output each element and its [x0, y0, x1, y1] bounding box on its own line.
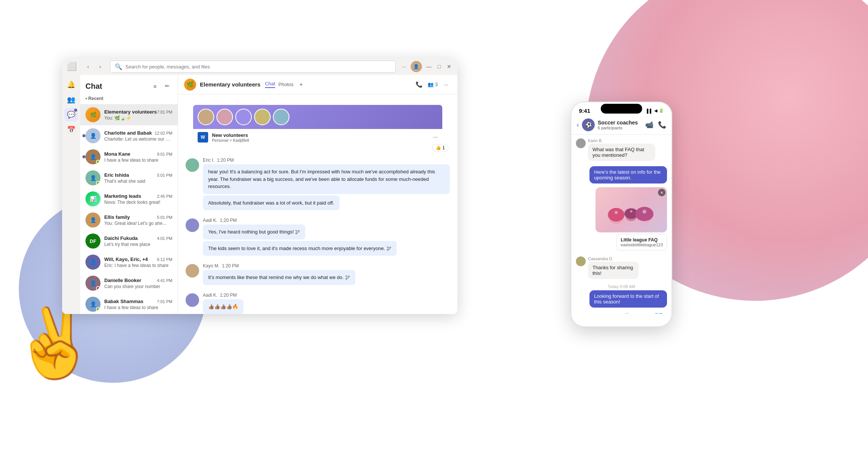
chat-name: Mona Kane — [104, 151, 130, 157]
chat-time: 5:01 PM — [157, 215, 172, 220]
search-bar[interactable]: 🔍 — [110, 61, 396, 73]
chat-avatar-babak: 👤 — [85, 297, 101, 312]
message-group-aadi-2: Aadi K. 1:20 PM 👍🏽👍🏽👍🏽👍🏽🔥 Sounds like a … — [186, 293, 450, 314]
chat-item-daichi[interactable]: DF Daichi Fukuda 4:01 PM Let's try that … — [80, 231, 178, 252]
chat-name: Charlotte and Babak — [104, 130, 152, 136]
chat-info-marketing: Marketing leads 2:45 PM Nova: The deck l… — [104, 193, 172, 205]
chat-avatar-daichi: DF — [85, 234, 101, 249]
chat-name: Eric Ishida — [104, 172, 129, 178]
search-icon: 🔍 — [115, 63, 122, 70]
phone-avatar-karin — [576, 138, 586, 148]
phone-close-image-button[interactable]: ✕ — [658, 189, 665, 196]
chat-avatar-eric: 👤 — [85, 170, 101, 185]
chat-item-babak[interactable]: 👤 Babak Shammas 7:01 PM I have a few ide… — [80, 294, 178, 314]
chat-list-actions: ≡ ✏ — [150, 81, 172, 91]
chat-item-ellis-family[interactable]: 👤 Ellis family 5:01 PM You: Great idea! … — [80, 209, 178, 231]
chat-avatar-mona: 👤 — [85, 149, 101, 164]
search-input[interactable] — [125, 64, 391, 70]
compose-button[interactable]: ✏ — [162, 81, 172, 91]
sidebar-item-calendar[interactable]: 📅 — [64, 123, 78, 136]
phone-file-subtitle: eastsidelittleleague123 — [621, 243, 663, 247]
svg-point-8 — [643, 210, 646, 214]
phone-file-card[interactable]: Little league FAQ eastsidelittleleague12… — [617, 234, 667, 250]
chat-list-title: Chat — [85, 82, 102, 91]
chat-preview: That's what she said — [104, 179, 172, 184]
svg-point-5 — [635, 207, 653, 221]
chat-preview: I have a few ideas to share — [104, 305, 172, 310]
participants-badge: 👥 3 — [428, 82, 438, 87]
phone-received-bubble: What was that FAQ that you mentioned? — [588, 144, 655, 161]
chat-name: Babak Shammas — [104, 299, 143, 304]
phone-messages[interactable]: Karin B. What was that FAQ that you ment… — [571, 135, 672, 314]
more-chat-options-button[interactable]: ··· — [441, 79, 451, 90]
restore-button[interactable]: □ — [436, 62, 442, 71]
message-content-aadi: Aadi K. 1:20 PM Yes, I've heard nothing … — [203, 218, 450, 257]
phone-file-message: Little league FAQ eastsidelittleleague12… — [576, 234, 667, 253]
call-button[interactable]: 📞 — [414, 79, 425, 90]
battery-icon: 🔋 — [659, 108, 664, 113]
shared-card-menu-button[interactable]: ··· — [433, 134, 438, 141]
svg-point-1 — [608, 208, 624, 221]
phone-call-icon[interactable]: 📞 — [658, 121, 666, 129]
phone-message-sent-2: Looking forward to the start of this sea… — [576, 290, 667, 310]
icon-sidebar: 🔔 👥 💬 📅 — [62, 75, 80, 314]
phone-sender-name: Karin B. — [588, 138, 667, 143]
filter-button[interactable]: ≡ — [150, 81, 160, 91]
forward-button[interactable]: › — [95, 61, 105, 72]
chat-list-panel: Chat ≡ ✏ • Recent 🌿 Elementary volunteer… — [80, 75, 178, 314]
message-content-kayo: Kayo M. 1:20 PM It's moments like these … — [203, 263, 450, 287]
more-options-button[interactable]: ··· — [400, 62, 408, 71]
sidebar-item-teams[interactable]: 👥 — [64, 93, 78, 106]
chat-item-marketing-leads[interactable]: 📊 Marketing leads 2:45 PM Nova: The deck… — [80, 188, 178, 209]
chat-item-eric-ishida[interactable]: 👤 Eric Ishida 5:01 PM That's what she sa… — [80, 167, 178, 188]
chat-item-mona-kane[interactable]: 👤 Mona Kane 9:01 PM I have a few ideas t… — [80, 146, 178, 167]
add-tab-button[interactable]: + — [297, 80, 306, 89]
tab-chat[interactable]: Chat — [265, 81, 275, 88]
chat-info-elementary: Elementary volunteers 7:01 PM You: 🌿🍃⚡ — [104, 109, 172, 121]
teams-logo-icon: ⬜ — [67, 62, 77, 71]
signal-icon: ▌▌ — [647, 109, 653, 113]
message-bubble: Absolutely, that fundraiser was a lot of… — [203, 196, 340, 211]
phone-header-info: Soccer coaches 6 participants — [598, 120, 645, 130]
participant-avatar-5 — [273, 109, 289, 125]
chat-list-header: Chat ≡ ✏ — [80, 75, 178, 94]
sidebar-item-notifications[interactable]: 🔔 — [64, 78, 78, 91]
phone-image-bg — [595, 187, 667, 232]
close-button[interactable]: ✕ — [445, 62, 453, 71]
chat-item-charlotte-babak[interactable]: 👤 Charlotte and Babak 12:02 PM Charlotte… — [80, 125, 178, 146]
word-icon: W — [198, 132, 208, 143]
phone-medal-reaction: 🏅 — [652, 313, 665, 314]
online-status-dot — [96, 160, 100, 164]
messages-area[interactable]: Eric I. 1:20 PM hear you! It's a balanci… — [178, 152, 457, 314]
phone-file-title: Little league FAQ — [621, 237, 663, 243]
chat-info-charlotte: Charlotte and Babak 12:02 PM Charlotte: … — [104, 130, 172, 142]
back-button[interactable]: ‹ — [83, 61, 93, 72]
chat-item-danielle[interactable]: 👤 Danielle Booker 4:41 PM Can you share … — [80, 273, 178, 294]
title-bar: ⬜ ‹ › 🔍 ··· 👤 — □ ✕ — [62, 58, 457, 75]
phone-chat-header: ‹ ⚽ Soccer coaches 6 participants 📹 📞 — [571, 115, 672, 135]
phone-participants: 6 participants — [598, 126, 645, 130]
phone-message-sent-1: Here's the latest on info for the upomin… — [576, 166, 667, 186]
chat-name: Danielle Booker — [104, 278, 141, 283]
sidebar-item-chat[interactable]: 💬 — [64, 108, 78, 121]
tab-photos[interactable]: Photos — [278, 82, 293, 87]
message-group-eric: Eric I. 1:20 PM hear you! It's a balanci… — [186, 158, 450, 212]
chat-avatar-marketing: 📊 — [85, 191, 101, 206]
phone-back-button[interactable]: ‹ — [577, 121, 579, 129]
chat-info-daichi: Daichi Fukuda 4:01 PM Let's try that new… — [104, 235, 172, 247]
message-group-aadi-1: Aadi K. 1:20 PM Yes, I've heard nothing … — [186, 218, 450, 257]
chat-preview: Charlotte: Let us welcome our new PTA vo… — [104, 136, 172, 142]
participant-avatar-1 — [198, 109, 214, 125]
user-avatar[interactable]: 👤 — [411, 61, 422, 72]
phone-image-svg — [601, 193, 661, 227]
chat-preview: Eric: I have a few ideas to share — [104, 263, 172, 268]
chat-info-eric: Eric Ishida 5:01 PM That's what she said — [104, 172, 172, 184]
chat-item-elementary-volunteers[interactable]: 🌿 Elementary volunteers 7:01 PM You: 🌿🍃⚡ — [80, 104, 178, 125]
phone-cassandra-bubble: Thanks for sharing this! — [588, 262, 639, 279]
minimize-button[interactable]: — — [425, 62, 433, 71]
online-status-dot — [96, 286, 100, 290]
chat-area: 🌿 Elementary volunteers Chat Photos + 📞 … — [178, 75, 457, 314]
phone-video-icon[interactable]: 📹 — [645, 121, 653, 129]
chat-item-will-kayo[interactable]: 👤 Will, Kayo, Eric, +4 6:12 PM Eric: I h… — [80, 252, 178, 273]
chat-avatar-charlotte: 👤 — [85, 128, 101, 143]
